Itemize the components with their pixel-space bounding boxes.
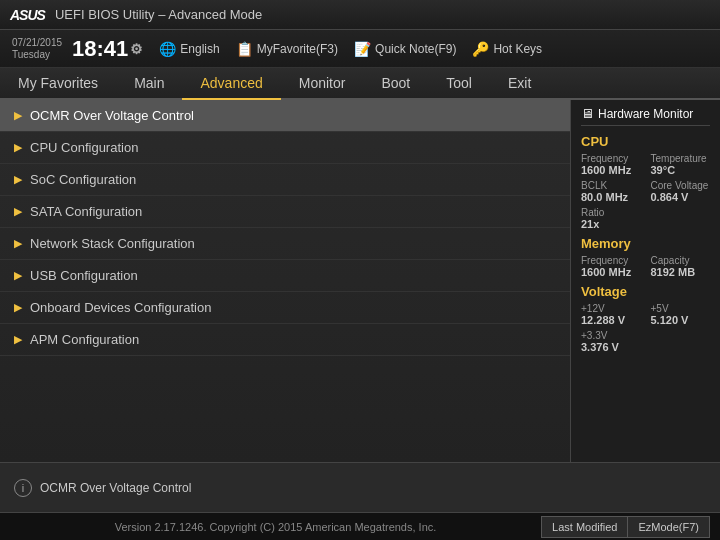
info-icon: i <box>14 479 32 497</box>
favorite-icon: 📋 <box>236 41 253 57</box>
cpu-section-title: CPU <box>581 134 710 149</box>
cpu-frequency-label: Frequency <box>581 153 641 164</box>
date-display: 07/21/2015 <box>12 37 62 49</box>
menu-item-usb[interactable]: ▶ USB Configuration <box>0 260 570 292</box>
tab-advanced[interactable]: Advanced <box>182 68 280 100</box>
voltage-12v-item: +12V 12.288 V <box>581 303 641 326</box>
hw-monitor-title: Hardware Monitor <box>598 107 693 121</box>
cpu-temperature-label: Temperature <box>651 153 711 164</box>
bclk-label: BCLK <box>581 180 641 191</box>
menu-item-label: SATA Configuration <box>30 204 142 219</box>
voltage-33v-row: +3.3V 3.376 V <box>581 330 710 353</box>
menu-item-label: OCMR Over Voltage Control <box>30 108 194 123</box>
menu-item-sata[interactable]: ▶ SATA Configuration <box>0 196 570 228</box>
voltage-33v-label: +3.3V <box>581 330 710 341</box>
language-icon: 🌐 <box>159 41 176 57</box>
menu-item-cpu[interactable]: ▶ CPU Configuration <box>0 132 570 164</box>
nav-tabs: My Favorites Main Advanced Monitor Boot … <box>0 68 720 100</box>
cpu-bclk-item: BCLK 80.0 MHz <box>581 180 641 203</box>
bclk-value: 80.0 MHz <box>581 191 641 203</box>
status-bottom-bar: i OCMR Over Voltage Control <box>0 462 720 512</box>
voltage-section-title: Voltage <box>581 284 710 299</box>
menu-item-label: Network Stack Configuration <box>30 236 195 251</box>
voltage-12v-5v: +12V 12.288 V +5V 5.120 V <box>581 303 710 326</box>
my-favorite-button[interactable]: 📋 MyFavorite(F3) <box>236 41 338 57</box>
core-voltage-label: Core Voltage <box>651 180 711 191</box>
status-description: OCMR Over Voltage Control <box>40 481 191 495</box>
time-text: 18:41 <box>72 38 128 60</box>
memory-section-title: Memory <box>581 236 710 251</box>
clock-display: 18:41 ⚙ <box>72 38 143 60</box>
hot-keys-icon: 🔑 <box>472 41 489 57</box>
quick-note-label: Quick Note(F9) <box>375 42 456 56</box>
memory-frequency-value: 1600 MHz <box>581 266 641 278</box>
hot-keys-label: Hot Keys <box>493 42 542 56</box>
quick-note-button[interactable]: 📝 Quick Note(F9) <box>354 41 456 57</box>
tab-main[interactable]: Main <box>116 68 182 98</box>
tab-tool[interactable]: Tool <box>428 68 490 98</box>
top-bar: ASUS UEFI BIOS Utility – Advanced Mode <box>0 0 720 30</box>
menu-item-onboard[interactable]: ▶ Onboard Devices Configuration <box>0 292 570 324</box>
ratio-value: 21x <box>581 218 710 230</box>
core-voltage-value: 0.864 V <box>651 191 711 203</box>
main-content: ▶ OCMR Over Voltage Control ▶ CPU Config… <box>0 100 720 462</box>
tab-monitor[interactable]: Monitor <box>281 68 364 98</box>
hw-monitor-header: 🖥 Hardware Monitor <box>581 106 710 126</box>
language-label: English <box>180 42 219 56</box>
arrow-icon: ▶ <box>14 173 22 186</box>
asus-logo: ASUS <box>10 7 45 23</box>
voltage-5v-item: +5V 5.120 V <box>651 303 711 326</box>
cpu-frequency-value: 1600 MHz <box>581 164 641 176</box>
cpu-frequency-item: Frequency 1600 MHz <box>581 153 641 176</box>
left-panel: ▶ OCMR Over Voltage Control ▶ CPU Config… <box>0 100 570 462</box>
memory-capacity-value: 8192 MB <box>651 266 711 278</box>
voltage-12v-value: 12.288 V <box>581 314 641 326</box>
menu-item-ocmr[interactable]: ▶ OCMR Over Voltage Control <box>0 100 570 132</box>
arrow-icon: ▶ <box>14 333 22 346</box>
voltage-12v-label: +12V <box>581 303 641 314</box>
menu-item-network[interactable]: ▶ Network Stack Configuration <box>0 228 570 260</box>
language-selector[interactable]: 🌐 English <box>159 41 219 57</box>
last-modified-button[interactable]: Last Modified <box>541 516 627 538</box>
monitor-icon: 🖥 <box>581 106 594 121</box>
menu-item-apm[interactable]: ▶ APM Configuration <box>0 324 570 356</box>
footer-bar: Version 2.17.1246. Copyright (C) 2015 Am… <box>0 512 720 540</box>
memory-frequency-item: Frequency 1600 MHz <box>581 255 641 278</box>
cpu-ratio-item: Ratio 21x <box>581 207 710 230</box>
memory-frequency-label: Frequency <box>581 255 641 266</box>
voltage-5v-label: +5V <box>651 303 711 314</box>
arrow-icon: ▶ <box>14 205 22 218</box>
datetime-block: 07/21/2015 Tuesday <box>12 37 62 61</box>
memory-capacity-label: Capacity <box>651 255 711 266</box>
tab-exit[interactable]: Exit <box>490 68 549 98</box>
memory-capacity-item: Capacity 8192 MB <box>651 255 711 278</box>
voltage-33v-item: +3.3V 3.376 V <box>581 330 710 353</box>
cpu-temperature-value: 39°C <box>651 164 711 176</box>
cpu-ratio-row: Ratio 21x <box>581 207 710 230</box>
menu-item-label: Onboard Devices Configuration <box>30 300 211 315</box>
menu-item-soc[interactable]: ▶ SoC Configuration <box>0 164 570 196</box>
menu-item-label: USB Configuration <box>30 268 138 283</box>
voltage-5v-value: 5.120 V <box>651 314 711 326</box>
arrow-icon: ▶ <box>14 269 22 282</box>
menu-item-label: SoC Configuration <box>30 172 136 187</box>
hardware-monitor-panel: 🖥 Hardware Monitor CPU Frequency 1600 MH… <box>570 100 720 462</box>
footer-copyright: Version 2.17.1246. Copyright (C) 2015 Am… <box>10 521 541 533</box>
arrow-icon: ▶ <box>14 301 22 314</box>
hot-keys-button[interactable]: 🔑 Hot Keys <box>472 41 542 57</box>
clock-settings-icon[interactable]: ⚙ <box>130 42 143 56</box>
tab-my-favorites[interactable]: My Favorites <box>0 68 116 98</box>
day-display: Tuesday <box>12 49 62 61</box>
ez-mode-button[interactable]: EzMode(F7) <box>627 516 710 538</box>
cpu-temperature-item: Temperature 39°C <box>651 153 711 176</box>
favorite-label: MyFavorite(F3) <box>257 42 338 56</box>
tab-boot[interactable]: Boot <box>363 68 428 98</box>
cpu-bclk-voltage: BCLK 80.0 MHz Core Voltage 0.864 V <box>581 180 710 203</box>
status-bar: 07/21/2015 Tuesday 18:41 ⚙ 🌐 English 📋 M… <box>0 30 720 68</box>
menu-item-label: APM Configuration <box>30 332 139 347</box>
ratio-label: Ratio <box>581 207 710 218</box>
arrow-icon: ▶ <box>14 109 22 122</box>
cpu-freq-temp: Frequency 1600 MHz Temperature 39°C <box>581 153 710 176</box>
voltage-33v-value: 3.376 V <box>581 341 710 353</box>
arrow-icon: ▶ <box>14 141 22 154</box>
